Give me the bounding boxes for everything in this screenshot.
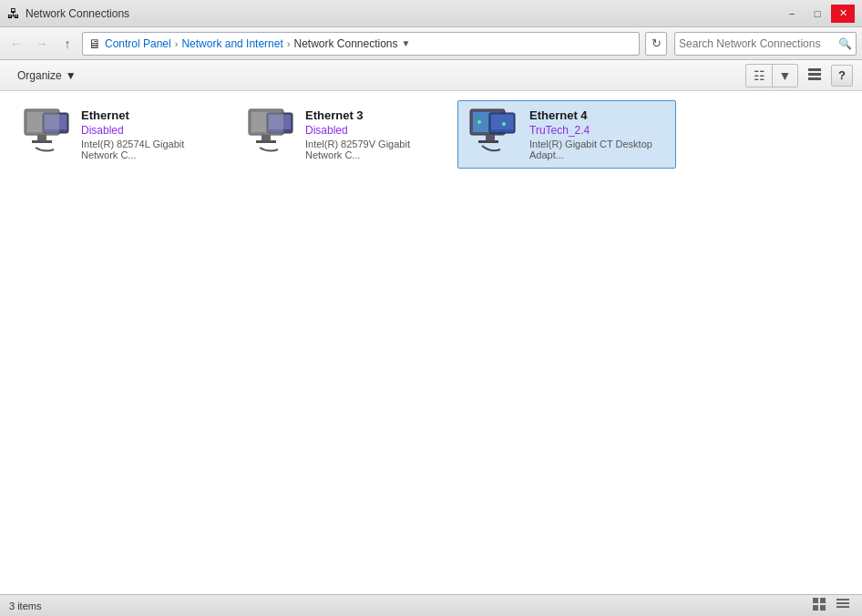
large-icon [813, 598, 826, 613]
svg-rect-0 [808, 68, 821, 71]
svg-rect-29 [820, 605, 826, 611]
network-item-ethernet4[interactable]: Ethernet 4 TruTech_2.4 Intel(R) Gigabit … [457, 100, 676, 169]
ethernet4-info: Ethernet 4 TruTech_2.4 Intel(R) Gigabit … [529, 108, 668, 160]
title-bar: 🖧 Network Connections − □ ✕ [0, 0, 862, 27]
view-grid-icon: ☷ [754, 68, 765, 83]
control-panel-icon: 🖥 [88, 36, 101, 51]
breadcrumb-icon-item: 🖥 [88, 36, 105, 51]
search-box[interactable]: 🔍 [674, 32, 857, 56]
svg-rect-20 [486, 135, 495, 140]
status-bar: 3 items [0, 594, 862, 616]
status-large-icon-button[interactable] [809, 598, 829, 614]
svg-rect-32 [836, 606, 849, 608]
svg-rect-9 [25, 109, 59, 135]
breadcrumb-dropdown-button[interactable]: ▼ [402, 38, 411, 48]
organize-button[interactable]: Organize ▼ [9, 65, 85, 87]
ethernet3-icon [241, 108, 296, 162]
svg-point-24 [477, 120, 481, 124]
minimize-button[interactable]: − [780, 5, 804, 23]
back-button[interactable]: ← [5, 33, 27, 55]
view-dropdown-button[interactable]: ▼ [772, 65, 797, 87]
ethernet3-status: Disabled [305, 124, 444, 137]
app-icon: 🖧 [7, 6, 20, 21]
close-button[interactable]: ✕ [831, 5, 855, 23]
details-icon [836, 598, 849, 613]
svg-rect-23 [491, 115, 513, 129]
breadcrumb-network-internet[interactable]: Network and Internet [181, 37, 282, 50]
view-dropdown-icon: ▼ [779, 68, 792, 83]
svg-rect-30 [836, 599, 849, 601]
ethernet-icon [17, 108, 72, 162]
svg-rect-28 [813, 605, 818, 611]
breadcrumb-sep-2: › [287, 38, 291, 49]
view-change-button[interactable]: ☷ [746, 65, 772, 87]
svg-rect-13 [256, 140, 276, 143]
ethernet-info: Ethernet Disabled Intel(R) 82574L Gigabi… [81, 108, 220, 160]
ethernet-status: Disabled [81, 124, 220, 137]
ethernet4-status: TruTech_2.4 [529, 124, 668, 137]
breadcrumb-control-panel[interactable]: Control Panel [105, 37, 171, 50]
status-details-button[interactable] [833, 598, 853, 614]
svg-rect-27 [820, 598, 826, 603]
network-item-ethernet[interactable]: Ethernet Disabled Intel(R) 82574L Gigabi… [9, 100, 228, 169]
network-item-ethernet3[interactable]: Ethernet 3 Disabled Intel(R) 82579V Giga… [233, 100, 452, 169]
svg-rect-12 [262, 135, 271, 140]
svg-rect-21 [478, 140, 498, 143]
pane-button[interactable] [802, 65, 827, 87]
title-bar-left: 🖧 Network Connections [7, 6, 129, 21]
ethernet4-name: Ethernet 4 [529, 108, 668, 122]
status-items-count: 3 items [9, 601, 41, 611]
help-button[interactable]: ? [831, 65, 853, 87]
ethernet3-desc: Intel(R) 82579V Gigabit Network C... [305, 139, 444, 160]
svg-rect-16 [249, 109, 283, 135]
up-button[interactable]: ↑ [56, 33, 78, 55]
content-area: Ethernet Disabled Intel(R) 82574L Gigabi… [0, 91, 862, 594]
window-title: Network Connections [26, 7, 129, 20]
search-input[interactable] [679, 37, 838, 50]
svg-rect-5 [37, 135, 46, 140]
breadcrumb-sep-1: › [175, 38, 179, 49]
svg-rect-2 [808, 77, 821, 80]
breadcrumb-current: Network Connections [293, 37, 397, 50]
svg-rect-6 [32, 140, 52, 143]
breadcrumb-network-connections: Network Connections [293, 37, 397, 50]
organize-dropdown-icon: ▼ [66, 69, 77, 82]
pane-icon [807, 67, 822, 84]
search-icon: 🔍 [838, 37, 852, 50]
toolbar: Organize ▼ ☷ ▼ ? [0, 60, 862, 91]
svg-point-25 [502, 122, 506, 126]
svg-rect-26 [813, 598, 818, 603]
svg-rect-1 [808, 73, 821, 76]
maximize-button[interactable]: □ [806, 5, 829, 23]
ethernet-desc: Intel(R) 82574L Gigabit Network C... [81, 139, 220, 160]
ethernet3-info: Ethernet 3 Disabled Intel(R) 82579V Giga… [305, 108, 444, 160]
view-btn-group: ☷ ▼ [745, 64, 798, 87]
status-view-icons [809, 598, 853, 614]
svg-rect-31 [836, 602, 849, 604]
forward-button[interactable]: → [31, 33, 53, 55]
network-internet-link[interactable]: Network and Internet [181, 37, 282, 50]
ethernet4-icon [466, 108, 520, 162]
ethernet-name: Ethernet [81, 108, 220, 122]
refresh-icon: ↻ [652, 36, 662, 50]
refresh-button[interactable]: ↻ [645, 32, 667, 56]
ethernet4-desc: Intel(R) Gigabit CT Desktop Adapt... [529, 139, 668, 160]
ethernet3-name: Ethernet 3 [305, 108, 444, 122]
control-panel-link[interactable]: Control Panel [105, 37, 171, 50]
window-controls: − □ ✕ [780, 5, 855, 23]
nav-bar: ← → ↑ 🖥 Control Panel › Network and Inte… [0, 27, 862, 60]
breadcrumb-bar: 🖥 Control Panel › Network and Internet ›… [82, 32, 640, 56]
organize-label: Organize [17, 69, 62, 82]
